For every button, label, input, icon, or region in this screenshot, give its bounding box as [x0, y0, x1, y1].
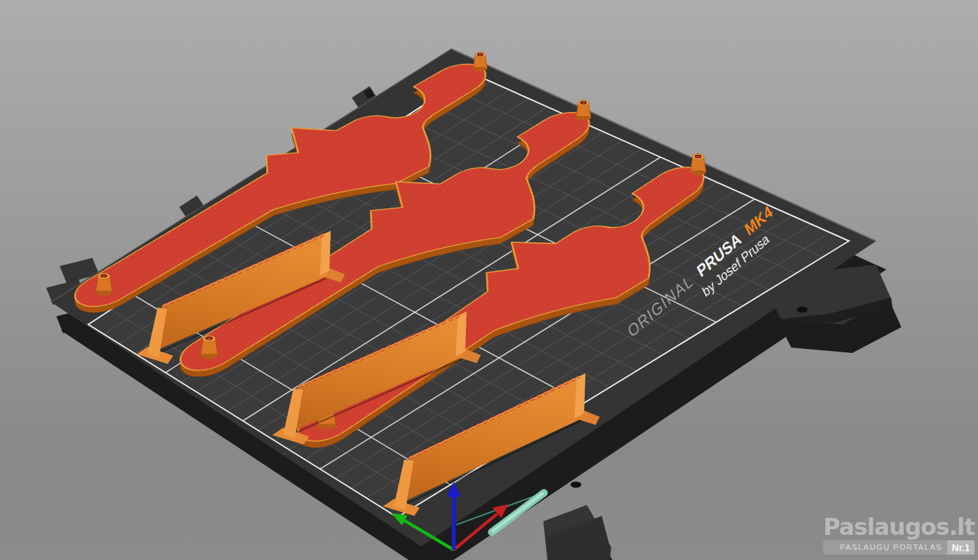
post[interactable] [690, 154, 707, 176]
post-hole-interior [581, 102, 585, 104]
watermark: Paslaugos.lt PASLAUGŲ PORTALAS Nr.1 [823, 515, 975, 555]
post-hole-interior [206, 337, 211, 340]
screw-hole [570, 482, 581, 488]
screw-hole [797, 307, 808, 313]
post[interactable] [95, 273, 113, 295]
post-hole-interior [102, 275, 107, 277]
post-hole-interior [478, 54, 482, 56]
post-hole-interior [696, 155, 700, 157]
watermark-tagline: PASLAUGŲ PORTALAS [835, 540, 947, 555]
watermark-banner: PASLAUGŲ PORTALAS Nr.1 [823, 540, 975, 555]
post[interactable] [473, 52, 488, 71]
post[interactable] [200, 335, 218, 359]
watermark-badge: Nr.1 [947, 540, 975, 555]
post[interactable] [575, 100, 591, 121]
watermark-brand: Paslaugos.lt [823, 515, 975, 539]
slicer-3d-viewport[interactable]: ORIGINAL PRUSA MK4 by Josef Prusa [0, 0, 978, 560]
